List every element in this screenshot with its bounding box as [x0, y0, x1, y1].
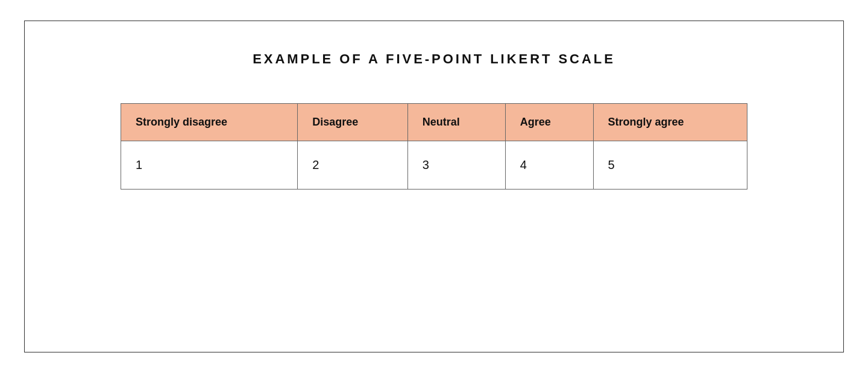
col-disagree: Disagree [298, 104, 407, 141]
page-title: EXAMPLE OF A FIVE-POINT LIKERT SCALE [253, 51, 615, 67]
cell-5: 5 [593, 141, 747, 190]
col-strongly-agree: Strongly agree [593, 104, 747, 141]
cell-2: 2 [298, 141, 407, 190]
table-wrapper: Strongly disagree Disagree Neutral Agree… [121, 103, 747, 190]
col-neutral: Neutral [407, 104, 505, 141]
col-strongly-disagree: Strongly disagree [121, 104, 298, 141]
main-container: EXAMPLE OF A FIVE-POINT LIKERT SCALE Str… [24, 21, 844, 352]
table-row: 1 2 3 4 5 [121, 141, 747, 190]
col-agree: Agree [505, 104, 593, 141]
likert-scale-table: Strongly disagree Disagree Neutral Agree… [121, 103, 747, 190]
cell-1: 1 [121, 141, 298, 190]
cell-4: 4 [505, 141, 593, 190]
cell-3: 3 [407, 141, 505, 190]
table-header-row: Strongly disagree Disagree Neutral Agree… [121, 104, 747, 141]
